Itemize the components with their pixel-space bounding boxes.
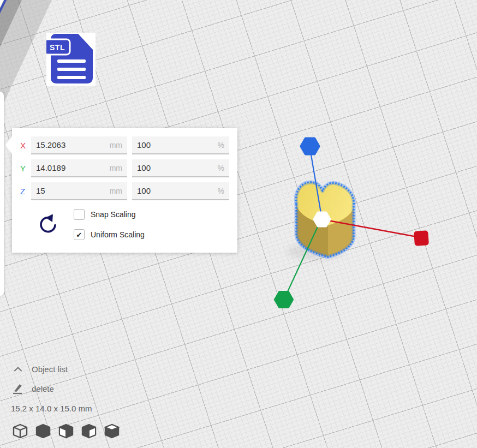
y-mm-input[interactable]: [36, 163, 110, 172]
camera-view-presets: [12, 423, 120, 439]
snap-scaling-label: Snap Scaling: [91, 210, 136, 219]
z-scale-handle[interactable]: [301, 139, 319, 154]
z-axis-label: Z: [20, 187, 31, 196]
scale-row-x: X mm %: [20, 136, 229, 154]
x-percent-unit: %: [218, 141, 224, 150]
y-mm-field[interactable]: mm: [31, 159, 127, 177]
y-scale-handle[interactable]: [276, 292, 293, 307]
z-mm-unit: mm: [110, 187, 122, 195]
x-percent-input[interactable]: [137, 140, 218, 150]
z-percent-input[interactable]: [137, 186, 218, 195]
x-axis-label: X: [20, 141, 31, 150]
object-list-label: Object list: [32, 365, 68, 374]
object-list-toggle[interactable]: Object list: [12, 365, 68, 374]
snap-scaling-checkbox-row[interactable]: Snap Scaling: [74, 209, 136, 220]
reset-scale-button[interactable]: [38, 214, 59, 236]
x-percent-field[interactable]: %: [132, 136, 229, 154]
view-right-icon[interactable]: [104, 423, 120, 439]
model-dimensions-label: 15.2 x 14.0 x 15.0 mm: [11, 404, 92, 413]
delete-label: delete: [32, 384, 54, 393]
snap-scaling-checkbox[interactable]: [74, 209, 85, 220]
view-left-icon[interactable]: [81, 423, 97, 439]
uniform-scaling-checkbox-row[interactable]: ✔ Uniform Scaling: [74, 229, 145, 240]
view-front-icon[interactable]: [35, 423, 51, 439]
z-percent-field[interactable]: %: [132, 182, 229, 200]
reset-arrow-icon: [38, 214, 59, 236]
z-mm-field[interactable]: mm: [31, 182, 127, 200]
view-3d-icon[interactable]: [12, 423, 28, 439]
pencil-icon: [12, 383, 24, 395]
y-percent-unit: %: [218, 164, 224, 172]
scale-tool-panel: X mm % Y mm % Z mm: [12, 128, 237, 253]
chevron-up-icon: [12, 366, 24, 372]
scale-row-z: Z mm %: [20, 182, 229, 200]
3d-viewport[interactable]: STL: [0, 0, 477, 448]
x-mm-unit: mm: [110, 141, 122, 150]
y-percent-input[interactable]: [137, 163, 218, 172]
view-top-icon[interactable]: [58, 423, 74, 439]
z-percent-unit: %: [218, 187, 224, 195]
x-mm-input[interactable]: [36, 140, 110, 150]
z-mm-input[interactable]: [36, 186, 110, 195]
scale-row-y: Y mm %: [20, 159, 229, 177]
uniform-scaling-label: Uniform Scaling: [91, 230, 145, 239]
center-handle[interactable]: [314, 213, 330, 226]
x-mm-field[interactable]: mm: [31, 136, 127, 154]
x-scale-handle[interactable]: [414, 230, 429, 246]
y-mm-unit: mm: [110, 164, 122, 172]
y-axis-label: Y: [20, 164, 31, 173]
uniform-scaling-checkbox[interactable]: ✔: [74, 229, 85, 240]
y-percent-field[interactable]: %: [132, 159, 229, 177]
delete-button[interactable]: delete: [12, 383, 54, 395]
